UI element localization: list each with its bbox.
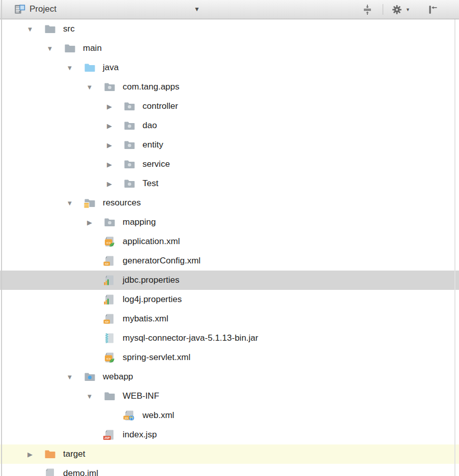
tree-row[interactable]: ▼java (0, 58, 459, 77)
tree-item-label: target (63, 449, 85, 459)
webxml-file-icon: <> (123, 409, 135, 422)
jsp-file-icon: JSP (103, 429, 116, 441)
tree-item-label: mapping (123, 217, 156, 227)
collapsed-toggle-icon[interactable]: ▶ (83, 219, 96, 226)
collapsed-toggle-icon[interactable]: ▶ (103, 142, 116, 148)
hide-panel-icon[interactable] (426, 4, 439, 16)
toolbar-separator (383, 4, 383, 15)
tree-row[interactable]: ▶service (0, 155, 459, 174)
tree-row[interactable]: demo.iml (0, 464, 459, 476)
settings-caret-icon[interactable]: ▼ (406, 7, 410, 12)
tree-item-label: application.xml (123, 236, 180, 247)
tree-row[interactable]: ▶Test (0, 174, 459, 193)
tree-row[interactable]: ▼main (0, 39, 459, 58)
tree-item-label: src (63, 24, 75, 34)
iml-file-icon (44, 467, 56, 476)
tree-item-label: log4j.properties (123, 294, 182, 305)
tree-row[interactable]: <>web.xml (0, 406, 459, 425)
tree-item-label: controller (142, 101, 178, 111)
tree-row[interactable]: ▶controller (0, 97, 459, 116)
tree-item-label: service (142, 159, 170, 169)
tree-row[interactable]: ▼resources (0, 193, 459, 213)
package-icon (103, 216, 116, 228)
tree-row[interactable]: ▼webapp (0, 367, 459, 386)
package-icon (103, 81, 116, 93)
folder-icon (103, 390, 116, 402)
scrollbar-track[interactable] (454, 19, 455, 476)
folder-icon (44, 23, 56, 35)
collapsed-toggle-icon[interactable]: ▶ (23, 451, 37, 458)
spring-xml-file-icon: <> (103, 235, 116, 248)
tree-item-label: dao (142, 121, 157, 131)
tree-item-label: demo.iml (63, 468, 98, 476)
svg-text:<>: <> (105, 262, 109, 266)
collapsed-toggle-icon[interactable]: ▶ (103, 103, 116, 110)
collapsed-toggle-icon[interactable]: ▶ (103, 161, 116, 168)
expanded-toggle-icon[interactable]: ▼ (43, 45, 56, 52)
tree-row[interactable]: ▶entity (0, 135, 459, 155)
tree-row[interactable]: ▶target (0, 444, 459, 464)
project-view-icon (13, 3, 26, 16)
package-icon (123, 120, 135, 132)
package-icon (123, 139, 135, 151)
collapsed-toggle-icon[interactable]: ▶ (103, 123, 116, 129)
expanded-toggle-icon[interactable]: ▼ (23, 26, 37, 33)
tree-row[interactable]: <>generatorConfig.xml (0, 251, 459, 271)
tree-item-label: Test (142, 178, 158, 189)
expanded-toggle-icon[interactable]: ▼ (63, 200, 76, 206)
tree-row[interactable]: <>mybatis.xml (0, 309, 459, 329)
tree-item-label: generatorConfig.xml (123, 256, 200, 266)
project-file-tree: ▼src▼main▼java▼com.tang.apps▶controller▶… (0, 19, 459, 476)
tree-row[interactable]: ▼src (0, 19, 459, 39)
project-view-selector[interactable]: Project (30, 4, 56, 14)
tree-row[interactable]: ▼com.tang.apps (0, 77, 459, 97)
collapse-all-icon[interactable] (361, 4, 374, 16)
tree-row[interactable]: ▼WEB-INF (0, 386, 459, 406)
tree-row[interactable]: ▶dao (0, 116, 459, 135)
tree-item-label: com.tang.apps (123, 82, 180, 92)
tree-row[interactable]: <>application.xml (0, 232, 459, 251)
folder-web-icon (83, 371, 96, 383)
xml-file-icon: <> (103, 313, 116, 325)
tree-item-label: mybatis.xml (123, 314, 168, 324)
tree-item-label: entity (142, 140, 163, 150)
panel-left-border (1, 0, 2, 476)
folder-icon (64, 42, 76, 54)
svg-text:JSP: JSP (104, 436, 110, 439)
spring-xml-file-icon: <> (103, 351, 116, 364)
tree-item-label: web.xml (142, 410, 174, 421)
tree-item-label: spring-servlet.xml (123, 352, 190, 363)
package-icon (123, 158, 135, 170)
tree-row[interactable]: ▶mapping (0, 213, 459, 232)
properties-file-icon (103, 293, 116, 306)
tree-row[interactable]: JSPindex.jsp (0, 425, 459, 444)
expanded-toggle-icon[interactable]: ▼ (63, 65, 76, 71)
project-tool-window: Project ▼ (0, 0, 459, 476)
expanded-toggle-icon[interactable]: ▼ (83, 393, 96, 400)
svg-text:<>: <> (106, 241, 111, 245)
svg-text:<>: <> (125, 416, 129, 420)
folder-source-icon (83, 62, 96, 74)
tree-item-label: main (83, 43, 102, 53)
tree-row[interactable]: mysql-connector-java-5.1.13-bin.jar (0, 329, 459, 348)
tree-item-label: mysql-connector-java-5.1.13-bin.jar (123, 333, 258, 343)
tree-item-label: jdbc.properties (123, 275, 180, 285)
tree-row[interactable]: jdbc.properties (0, 271, 459, 290)
expanded-toggle-icon[interactable]: ▼ (63, 374, 76, 380)
folder-resources-icon (83, 197, 96, 209)
expanded-toggle-icon[interactable]: ▼ (83, 84, 96, 91)
tree-row[interactable]: log4j.properties (0, 290, 459, 309)
settings-gear-icon[interactable] (391, 4, 403, 16)
svg-text:<>: <> (106, 356, 111, 361)
tree-item-label: java (103, 63, 119, 73)
xml-file-icon: <> (103, 255, 116, 267)
project-panel-header: Project ▼ (0, 0, 459, 19)
tree-item-label: resources (103, 198, 141, 208)
tree-row[interactable]: <>spring-servlet.xml (0, 348, 459, 367)
tree-item-label: webapp (103, 372, 133, 382)
collapsed-toggle-icon[interactable]: ▶ (103, 181, 116, 187)
tree-item-label: WEB-INF (123, 391, 159, 401)
svg-text:<>: <> (105, 320, 109, 324)
chevron-down-icon[interactable]: ▼ (194, 6, 200, 13)
folder-excluded-icon (44, 448, 56, 460)
